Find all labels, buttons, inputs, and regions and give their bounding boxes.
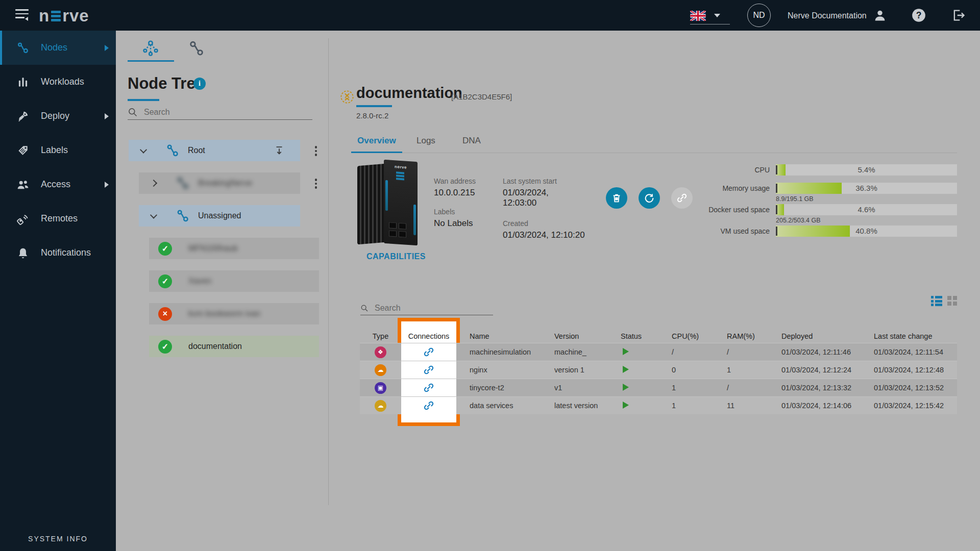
- node-tree: RootBreakingNerveUnassigned✓MFN100haub✓X…: [129, 140, 321, 368]
- logout-icon[interactable]: [951, 8, 966, 22]
- status-started-icon: [623, 402, 629, 409]
- system-info-button[interactable]: SYSTEM INFO: [0, 535, 116, 543]
- workload-row-data-services[interactable]: ☁data serviceslatest version11101/03/202…: [360, 396, 957, 414]
- delete-node-button[interactable]: [606, 187, 627, 209]
- connection-link-icon[interactable]: [423, 400, 434, 411]
- help-icon[interactable]: ?: [912, 8, 926, 22]
- status-ok-icon: ✓: [158, 274, 172, 288]
- info-icon[interactable]: i: [193, 78, 206, 90]
- sidebar-item-nodes[interactable]: Nodes: [0, 31, 116, 65]
- sidebar-item-workloads[interactable]: Workloads: [0, 65, 116, 99]
- cell-cpu: 1: [658, 384, 714, 392]
- deploy-icon: [16, 110, 30, 123]
- tree-group-breakingnerve[interactable]: BreakingNerve: [139, 172, 300, 194]
- tab-dna[interactable]: DNA: [462, 136, 481, 146]
- cell-cpu: 1: [658, 402, 714, 410]
- tree-row-documentation: ✓documentation: [129, 336, 321, 357]
- cell-last-state-change: 01/03/2024, 12:11:54: [861, 348, 957, 356]
- connection-link-icon[interactable]: [423, 382, 434, 393]
- cell-ram: /: [714, 348, 768, 356]
- tree-row-kvm-bookworm-ivan: ×kvm bookworm ivan: [129, 303, 321, 324]
- tree-node-mfn100haub[interactable]: ✓MFN100haub: [149, 238, 319, 259]
- reboot-node-button[interactable]: [639, 187, 660, 209]
- tree-group-root[interactable]: Root: [129, 140, 300, 161]
- gauge-track: 5.4%: [776, 164, 957, 176]
- gauge-percent: 5.4%: [776, 165, 957, 174]
- status-ok-icon: ✓: [158, 242, 172, 256]
- branch-icon: [176, 176, 190, 190]
- tree-row-unassigned: Unassigned: [129, 205, 321, 227]
- docker-icon: ☁: [375, 400, 386, 412]
- status-error-icon: ×: [158, 307, 172, 321]
- wan-address-value: 10.0.0.215: [434, 188, 475, 198]
- gauge-label: VM used space: [684, 227, 770, 236]
- search-icon: [128, 107, 138, 117]
- gauge-percent: 36.3%: [776, 184, 957, 192]
- sidebar-item-label: Deploy: [41, 111, 69, 121]
- branch-icon: [176, 209, 190, 223]
- workload-table: TypeConnectionsNameVersionStatusCPU(%)RA…: [360, 329, 957, 414]
- gauge-memory-usage: Memory usage36.3%: [684, 183, 957, 194]
- search-input[interactable]: [375, 304, 493, 313]
- connection-link-icon[interactable]: [423, 346, 434, 358]
- created-label: Created: [503, 219, 528, 228]
- row-menu-icon[interactable]: [312, 144, 320, 158]
- cell-cpu: 0: [658, 366, 714, 374]
- sidebar-item-access[interactable]: Access: [0, 167, 116, 202]
- chevron-down-icon: [714, 14, 720, 17]
- language-selector[interactable]: [690, 7, 730, 24]
- tab-node-list-icon[interactable]: [188, 40, 205, 57]
- node-version: 2.8.0-rc.2: [356, 111, 388, 120]
- avatar[interactable]: ND: [747, 4, 771, 27]
- cell-deployed: 01/03/2024, 12:13:32: [768, 384, 861, 392]
- list-view-icon[interactable]: [931, 296, 942, 306]
- sidebar-item-labels[interactable]: Labels: [0, 133, 116, 167]
- grid-view-icon[interactable]: [947, 296, 958, 306]
- profile-icon[interactable]: [873, 8, 887, 22]
- branch-icon: [165, 143, 180, 158]
- labels-icon: [16, 144, 30, 157]
- workload-row-tinycore-t2[interactable]: ▣tinycore-t2v11/01/03/2024, 12:13:3201/0…: [360, 379, 957, 396]
- sidebar-item-notifications[interactable]: Notifications: [0, 236, 116, 270]
- tree-node-xaven[interactable]: ✓Xaven: [149, 270, 319, 292]
- search-input[interactable]: [144, 108, 312, 117]
- column-header-connections: Connections: [401, 329, 456, 343]
- node-serial: [A1B2C3D4E5F6]: [451, 92, 512, 101]
- gauge-percent: 40.8%: [776, 227, 957, 235]
- sidebar-item-deploy[interactable]: Deploy: [0, 99, 116, 133]
- tree-row-breakingnerve: BreakingNerve: [129, 172, 321, 194]
- tree-group-unassigned[interactable]: Unassigned: [139, 205, 300, 227]
- sidebar-item-label: Remotes: [41, 213, 78, 224]
- capabilities-link[interactable]: CAPABILITIES: [366, 252, 426, 261]
- tab-node-tree-icon[interactable]: [142, 40, 159, 57]
- chevron-down-icon[interactable]: [150, 212, 157, 219]
- uk-flag-icon: [690, 11, 706, 21]
- tree-node-documentation[interactable]: ✓documentation: [149, 336, 319, 357]
- gauge-track: 4.6%: [776, 204, 957, 215]
- reboot-icon: [644, 192, 655, 204]
- docker-icon: ☁: [375, 364, 386, 376]
- sidebar-item-remotes[interactable]: Remotes: [0, 202, 116, 236]
- workload-row-nginx[interactable]: ☁nginxversion 10101/03/2024, 12:12:2401/…: [360, 361, 957, 379]
- tree-node-kvm-bookworm-ivan[interactable]: ×kvm bookworm ivan: [149, 303, 319, 324]
- tab-overview[interactable]: Overview: [357, 136, 396, 146]
- tab-logs[interactable]: Logs: [416, 136, 435, 146]
- search-icon: [360, 304, 369, 312]
- connection-link-icon[interactable]: [423, 364, 434, 375]
- gauge-caption: 8.9/195.1 GB: [776, 195, 957, 203]
- row-menu-icon[interactable]: [312, 177, 320, 191]
- gauge-caption: 205.2/503.4 GB: [776, 217, 957, 224]
- collapse-all-icon[interactable]: [274, 145, 285, 156]
- sidebar-nav: Nodes Workloads Deploy Labels Access Rem…: [0, 31, 116, 270]
- menu-toggle-icon[interactable]: [15, 9, 29, 21]
- chevron-right-icon[interactable]: [150, 180, 157, 187]
- chevron-down-icon[interactable]: [140, 146, 147, 154]
- workload-row-machinesimulation[interactable]: ❖machinesimulationmachine_//01/03/2024, …: [360, 343, 957, 361]
- tree-row-mfn100haub: ✓MFN100haub: [129, 238, 321, 259]
- cell-last-state-change: 01/03/2024, 12:13:52: [861, 384, 957, 392]
- nodes-icon: [16, 41, 30, 55]
- created-value: 01/03/2024, 12:10:20: [503, 230, 585, 240]
- cell-deployed: 01/03/2024, 12:11:46: [768, 348, 861, 356]
- tree-item-label: kvm bookworm ivan: [188, 309, 260, 318]
- wan-address-label: Wan address: [434, 177, 476, 185]
